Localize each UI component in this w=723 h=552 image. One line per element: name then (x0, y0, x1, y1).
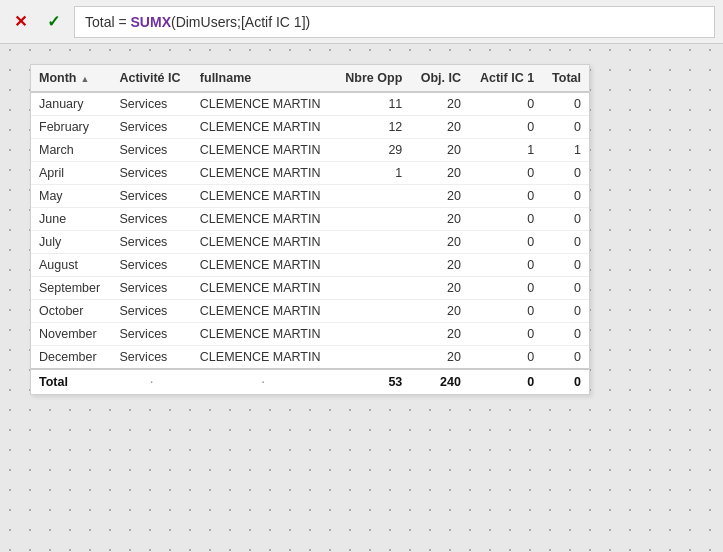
cell-actif-ic1: 0 (469, 254, 542, 277)
formula-bar: ✕ ✓ Total = SUMX(DimUsers;[Actif IC 1]) (0, 0, 723, 44)
cell-obj-ic: 20 (410, 323, 469, 346)
cell-nbre-opp (334, 254, 410, 277)
cell-month: July (31, 231, 111, 254)
cell-nbre-opp (334, 346, 410, 370)
col-nbre-opp: Nbre Opp (334, 65, 410, 92)
total-row: Total · · 53 240 0 0 (31, 369, 589, 394)
table-body: January Services CLEMENCE MARTIN 11 20 0… (31, 92, 589, 369)
total-fullname: · (192, 369, 334, 394)
cell-actif-ic1: 0 (469, 116, 542, 139)
cell-actif-ic1: 0 (469, 185, 542, 208)
col-actif-ic1: Actif IC 1 (469, 65, 542, 92)
sort-arrow-month: ▲ (80, 74, 89, 84)
cell-month: June (31, 208, 111, 231)
formula-args: (DimUsers;[Actif IC 1]) (171, 14, 310, 30)
table-header-row: Month▲ Activité IC fullname Nbre Opp Obj… (31, 65, 589, 92)
cell-activite: Services (111, 277, 191, 300)
table-footer: Total · · 53 240 0 0 (31, 369, 589, 394)
total-label: Total (31, 369, 111, 394)
cell-fullname: CLEMENCE MARTIN (192, 162, 334, 185)
formula-function: SUMX (131, 14, 171, 30)
cell-total: 0 (542, 231, 589, 254)
cell-nbre-opp (334, 323, 410, 346)
cell-activite: Services (111, 254, 191, 277)
table-row: July Services CLEMENCE MARTIN 20 0 0 (31, 231, 589, 254)
cell-fullname: CLEMENCE MARTIN (192, 116, 334, 139)
cell-nbre-opp: 11 (334, 92, 410, 116)
table-row: August Services CLEMENCE MARTIN 20 0 0 (31, 254, 589, 277)
col-activite: Activité IC (111, 65, 191, 92)
cell-nbre-opp (334, 231, 410, 254)
total-actif-ic1: 0 (469, 369, 542, 394)
formula-prefix: Total = (85, 14, 131, 30)
cell-obj-ic: 20 (410, 116, 469, 139)
cell-fullname: CLEMENCE MARTIN (192, 323, 334, 346)
data-table: Month▲ Activité IC fullname Nbre Opp Obj… (31, 65, 589, 394)
cell-nbre-opp (334, 208, 410, 231)
cell-month: December (31, 346, 111, 370)
formula-input[interactable]: Total = SUMX(DimUsers;[Actif IC 1]) (74, 6, 715, 38)
cell-total: 0 (542, 254, 589, 277)
cell-activite: Services (111, 162, 191, 185)
cell-month: November (31, 323, 111, 346)
cell-total: 0 (542, 116, 589, 139)
cell-total: 0 (542, 208, 589, 231)
cell-nbre-opp: 29 (334, 139, 410, 162)
confirm-button[interactable]: ✓ (41, 12, 66, 32)
cell-total: 0 (542, 346, 589, 370)
cell-activite: Services (111, 139, 191, 162)
total-total: 0 (542, 369, 589, 394)
table-row: September Services CLEMENCE MARTIN 20 0 … (31, 277, 589, 300)
cell-obj-ic: 20 (410, 162, 469, 185)
cell-total: 0 (542, 323, 589, 346)
cell-obj-ic: 20 (410, 346, 469, 370)
cell-total: 0 (542, 92, 589, 116)
total-nbre-opp: 53 (334, 369, 410, 394)
cell-nbre-opp: 12 (334, 116, 410, 139)
table-row: May Services CLEMENCE MARTIN 20 0 0 (31, 185, 589, 208)
cell-total: 0 (542, 162, 589, 185)
cell-month: February (31, 116, 111, 139)
cell-activite: Services (111, 323, 191, 346)
cell-fullname: CLEMENCE MARTIN (192, 300, 334, 323)
cell-activite: Services (111, 231, 191, 254)
cell-fullname: CLEMENCE MARTIN (192, 185, 334, 208)
table-row: December Services CLEMENCE MARTIN 20 0 0 (31, 346, 589, 370)
table-row: January Services CLEMENCE MARTIN 11 20 0… (31, 92, 589, 116)
cell-nbre-opp (334, 185, 410, 208)
cell-nbre-opp (334, 277, 410, 300)
table-row: November Services CLEMENCE MARTIN 20 0 0 (31, 323, 589, 346)
cell-actif-ic1: 0 (469, 300, 542, 323)
cell-month: September (31, 277, 111, 300)
cell-total: 0 (542, 185, 589, 208)
cancel-button[interactable]: ✕ (8, 12, 33, 32)
cell-obj-ic: 20 (410, 185, 469, 208)
cell-actif-ic1: 0 (469, 92, 542, 116)
col-month[interactable]: Month▲ (31, 65, 111, 92)
cell-obj-ic: 20 (410, 231, 469, 254)
cell-month: March (31, 139, 111, 162)
table-row: April Services CLEMENCE MARTIN 1 20 0 0 (31, 162, 589, 185)
cell-actif-ic1: 0 (469, 346, 542, 370)
cell-actif-ic1: 1 (469, 139, 542, 162)
cell-activite: Services (111, 300, 191, 323)
cell-fullname: CLEMENCE MARTIN (192, 231, 334, 254)
main-area: Month▲ Activité IC fullname Nbre Opp Obj… (0, 44, 723, 552)
cell-obj-ic: 20 (410, 254, 469, 277)
cell-activite: Services (111, 185, 191, 208)
cell-obj-ic: 20 (410, 92, 469, 116)
cell-fullname: CLEMENCE MARTIN (192, 346, 334, 370)
table-row: February Services CLEMENCE MARTIN 12 20 … (31, 116, 589, 139)
cell-total: 1 (542, 139, 589, 162)
cell-obj-ic: 20 (410, 139, 469, 162)
cell-month: January (31, 92, 111, 116)
col-fullname: fullname (192, 65, 334, 92)
cell-month: April (31, 162, 111, 185)
cell-month: May (31, 185, 111, 208)
cell-activite: Services (111, 208, 191, 231)
cell-actif-ic1: 0 (469, 162, 542, 185)
total-activite: · (111, 369, 191, 394)
cell-obj-ic: 20 (410, 300, 469, 323)
total-obj-ic: 240 (410, 369, 469, 394)
cell-actif-ic1: 0 (469, 323, 542, 346)
